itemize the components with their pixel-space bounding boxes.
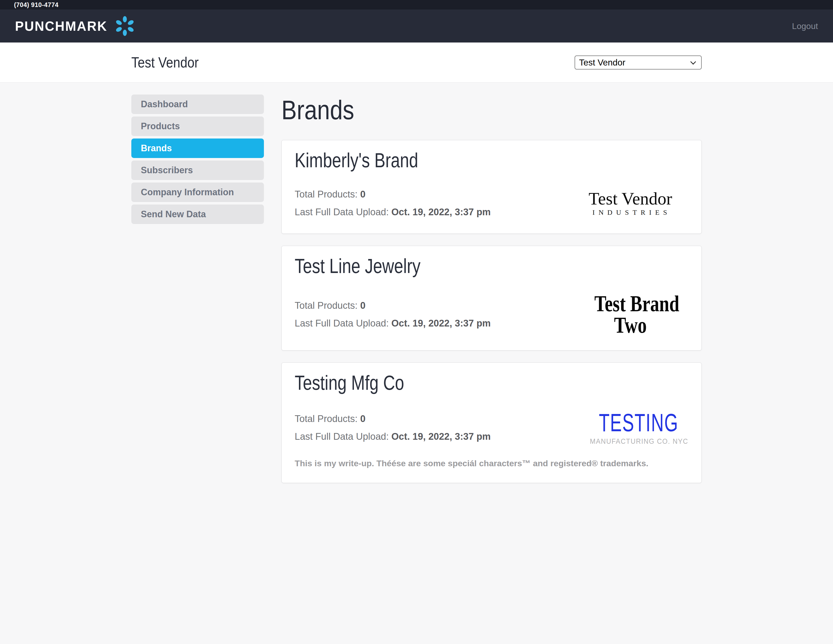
brand-card-title: Testing Mfg Co	[295, 372, 609, 394]
last-upload-label: Last Full Data Upload:	[295, 318, 389, 329]
last-upload-value: Oct. 19, 2022, 3:37 pm	[391, 207, 491, 217]
navbar: PUNCHMARK Logout	[0, 10, 833, 42]
punchmark-hexagon-icon	[115, 16, 135, 36]
last-upload-line: Last Full Data Upload: Oct. 19, 2022, 3:…	[295, 430, 491, 443]
total-products-line: Total Products: 0	[295, 412, 491, 426]
page-title: Test Vendor	[131, 54, 199, 71]
vendor-select[interactable]: Test Vendor	[575, 56, 702, 69]
sidebar: Dashboard Products Brands Subscribers Co…	[131, 95, 264, 226]
total-products-line: Total Products: 0	[295, 188, 491, 201]
brand-logo-line2: MANUFACTURING CO. NYC	[590, 437, 671, 445]
total-products-value: 0	[360, 413, 365, 424]
brand-card-meta: Total Products: 0 Last Full Data Upload:…	[295, 299, 491, 330]
last-upload-label: Last Full Data Upload:	[295, 431, 389, 442]
vendor-select-wrap: Test Vendor	[575, 56, 702, 69]
sidebar-item-products[interactable]: Products	[131, 117, 264, 136]
last-upload-value: Oct. 19, 2022, 3:37 pm	[391, 318, 491, 329]
logout-link[interactable]: Logout	[792, 21, 818, 31]
last-upload-label: Last Full Data Upload:	[295, 207, 389, 217]
brand-writeup: This is my write-up. Théése are some spe…	[295, 458, 688, 468]
brand-logo-line1: Test Vendor	[585, 190, 675, 207]
brand-card-meta: Total Products: 0 Last Full Data Upload:…	[295, 412, 491, 443]
brand-logo-test-vendor-industries: Test Vendor INDUSTRIES	[585, 190, 675, 217]
brand-card-kimberlys-brand[interactable]: Kimberly's Brand Total Products: 0 Last …	[281, 140, 702, 234]
main-content: Brands Kimberly's Brand Total Products: …	[281, 95, 702, 495]
top-phone-bar: (704) 910-4774	[0, 0, 833, 10]
brand-logo-test-brand-two: Test Brand Two	[594, 293, 666, 336]
total-products-line: Total Products: 0	[295, 299, 491, 313]
sidebar-item-company-information[interactable]: Company Information	[131, 183, 264, 202]
brand-card-title: Kimberly's Brand	[295, 149, 609, 172]
total-products-label: Total Products:	[295, 300, 357, 311]
brand-logo-line2: INDUSTRIES	[585, 209, 675, 217]
brands-heading: Brands	[281, 95, 638, 125]
total-products-value: 0	[360, 189, 365, 199]
last-upload-line: Last Full Data Upload: Oct. 19, 2022, 3:…	[295, 316, 491, 330]
brand-card-meta: Total Products: 0 Last Full Data Upload:…	[295, 188, 491, 219]
sidebar-item-subscribers[interactable]: Subscribers	[131, 161, 264, 180]
brand-logo-line2: Two	[594, 315, 666, 336]
brand-logo-line1: Test Brand	[594, 293, 666, 315]
vendor-portal-page: (704) 910-4774 PUNCHMARK Logout	[0, 0, 833, 644]
punchmark-logo[interactable]: PUNCHMARK	[15, 16, 135, 36]
last-upload-line: Last Full Data Upload: Oct. 19, 2022, 3:…	[295, 205, 491, 219]
content-layout: Dashboard Products Brands Subscribers Co…	[125, 82, 708, 495]
sidebar-item-brands[interactable]: Brands	[131, 138, 264, 158]
total-products-label: Total Products:	[295, 413, 357, 424]
brand-card-test-line-jewelry[interactable]: Test Line Jewelry Total Products: 0 Last…	[281, 246, 702, 351]
sidebar-item-dashboard[interactable]: Dashboard	[131, 95, 264, 114]
last-upload-value: Oct. 19, 2022, 3:37 pm	[391, 431, 491, 442]
brand-logo-testing-manufacturing: TESTING MANUFACTURING CO. NYC	[585, 410, 675, 445]
total-products-label: Total Products:	[295, 189, 357, 199]
brand-logo-line1: TESTING	[599, 410, 662, 435]
phone-number: (704) 910-4774	[14, 1, 58, 8]
punchmark-wordmark: PUNCHMARK	[15, 18, 108, 34]
sidebar-item-send-new-data[interactable]: Send New Data	[131, 204, 264, 224]
page-header: Test Vendor Test Vendor	[0, 42, 833, 82]
total-products-value: 0	[360, 300, 365, 311]
brand-card-title: Test Line Jewelry	[295, 255, 609, 277]
brand-card-testing-mfg-co[interactable]: Testing Mfg Co Total Products: 0 Last Fu…	[281, 363, 702, 483]
